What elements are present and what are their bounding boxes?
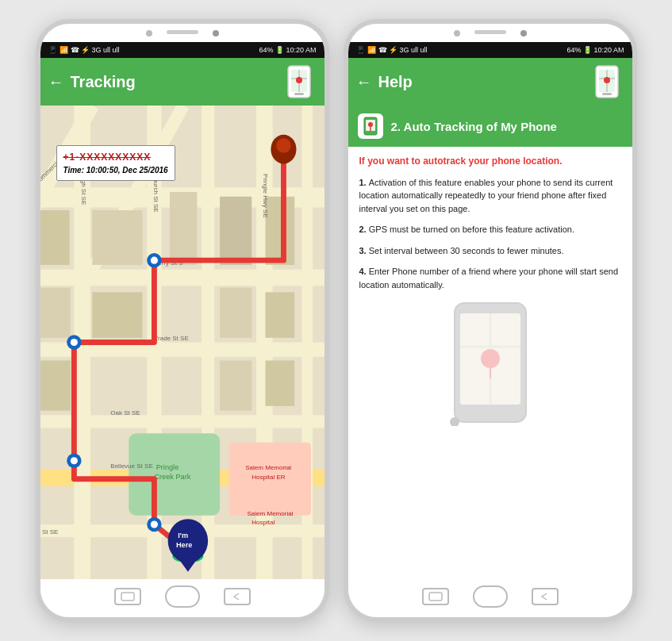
- app-bar-2: ← Help: [348, 58, 632, 106]
- phone-bottom-1: [40, 579, 324, 617]
- home-button-2[interactable]: [473, 585, 508, 608]
- phone-top-dots-2: [454, 30, 527, 36]
- phone-icon: 📱: [48, 46, 57, 54]
- phone-2: 📱 📶 ☎ ⚡ 3G ull ull 64% 🔋 10:20 AM ← Help: [344, 19, 637, 622]
- map-area: Pringle Creek Park Salem Memorial Hospit…: [40, 106, 324, 579]
- phone-top-dots: [146, 30, 219, 36]
- phone-top-1: [40, 24, 324, 42]
- popup-time: Time: 10:00:50, Dec 25/2016: [63, 164, 168, 176]
- svg-rect-33: [40, 360, 71, 410]
- phone-dot-left: [146, 30, 152, 36]
- svg-text:I'm: I'm: [178, 532, 188, 539]
- svg-text:Here: Here: [175, 541, 191, 549]
- recent-icon-2: [428, 592, 443, 601]
- svg-text:Salem Memorial: Salem Memorial: [247, 510, 293, 517]
- svg-rect-5: [294, 93, 304, 95]
- status-right-text: 64% 🔋 10:20 AM: [259, 46, 316, 54]
- recent-apps-button[interactable]: [114, 588, 141, 605]
- svg-text:Pringle Hwy SE: Pringle Hwy SE: [262, 174, 269, 218]
- phone-speaker-2: [474, 30, 506, 34]
- svg-rect-34: [220, 360, 252, 410]
- map-popup: +1-XXXXXXXXXX Time: 10:00:50, Dec 25/201…: [56, 145, 175, 181]
- status-right-1: 64% 🔋 10:20 AM: [259, 46, 316, 54]
- help-list: 1. Activation of this feature enables yo…: [348, 176, 632, 292]
- svg-rect-32: [265, 292, 294, 337]
- app-bar-phone-icon: [282, 64, 317, 99]
- svg-rect-35: [265, 360, 294, 405]
- help-subtitle: If you want to autotrack your phone loca…: [348, 155, 632, 176]
- app-bar-phone-icon-2: [589, 64, 624, 99]
- svg-rect-72: [602, 93, 612, 95]
- back-nav-button[interactable]: [224, 588, 251, 605]
- svg-rect-31: [220, 288, 252, 338]
- list-num-3: 3.: [359, 246, 369, 255]
- svg-point-82: [481, 349, 500, 368]
- svg-rect-27: [220, 197, 252, 265]
- svg-rect-29: [40, 288, 71, 338]
- svg-rect-66: [121, 593, 134, 601]
- svg-text:Pringle: Pringle: [156, 463, 179, 471]
- back-button-2[interactable]: ←: [356, 73, 372, 91]
- recent-icon: [121, 592, 135, 601]
- phone-top-2: [348, 24, 632, 42]
- svg-point-75: [368, 122, 373, 127]
- popup-phone: +1-XXXXXXXXXX: [63, 150, 168, 164]
- svg-point-54: [150, 257, 157, 264]
- wifi-icon: 📶: [60, 46, 68, 54]
- status-bar-2: 📱 📶 ☎ ⚡ 3G ull ull 64% 🔋 10:20 AM: [348, 42, 632, 58]
- tracking-icon: [361, 117, 380, 136]
- svg-rect-24: [40, 210, 70, 265]
- svg-point-4: [296, 77, 302, 83]
- status-left-1: 📱 📶 ☎ ⚡ 3G ull ull: [48, 46, 120, 54]
- svg-text:Oak St SE: Oak St SE: [110, 409, 140, 416]
- svg-text:Hospital ER: Hospital ER: [252, 474, 286, 481]
- svg-text:Hospital: Hospital: [252, 519, 275, 526]
- svg-point-58: [70, 457, 77, 464]
- svg-point-56: [70, 339, 77, 346]
- phone-1: 📱 📶 ☎ ⚡ 3G ull ull 64% 🔋 10:20 AM ← Trac…: [36, 19, 329, 622]
- back-button-1[interactable]: ←: [48, 73, 64, 91]
- help-phone-svg: [443, 299, 538, 426]
- svg-point-52: [278, 156, 289, 163]
- list-item-1: 1. Activation of this feature enables yo…: [359, 176, 621, 216]
- network-label-2: ☎ ⚡ 3G ull ull: [378, 46, 428, 54]
- svg-text:Trade St SE: Trade St SE: [154, 335, 188, 342]
- home-button[interactable]: [165, 585, 200, 608]
- app-bar-1: ← Tracking: [40, 58, 324, 106]
- nav-buttons-2: [422, 585, 559, 608]
- help-phone-image: [348, 299, 632, 426]
- status-right-text-2: 64% 🔋 10:20 AM: [566, 46, 624, 54]
- list-text-3: Set interval between 30 seconds to fewer…: [369, 246, 564, 255]
- svg-rect-28: [265, 197, 294, 265]
- list-text-2: GPS must be turned on before this featur…: [369, 225, 574, 234]
- svg-point-60: [150, 521, 157, 528]
- back-nav-button-2[interactable]: [532, 588, 559, 605]
- list-text-1: Activation of this feature enables your …: [359, 178, 613, 213]
- svg-text:Salem Memorial: Salem Memorial: [245, 464, 291, 471]
- phone-icon-2: 📱: [356, 46, 365, 54]
- svg-rect-85: [429, 593, 442, 601]
- help-section-header: 2. Auto Tracking of My Phone: [348, 106, 632, 147]
- list-num-4: 4.: [359, 267, 369, 276]
- help-section-title: 2. Auto Tracking of My Phone: [391, 120, 557, 133]
- phone-camera-2: [520, 30, 527, 36]
- list-text-4: Enter Phone number of a friend where you…: [359, 267, 619, 290]
- help-section-icon: [358, 113, 383, 139]
- recent-apps-button-2[interactable]: [422, 588, 449, 605]
- phones-container: 📱 📶 ☎ ⚡ 3G ull ull 64% 🔋 10:20 AM ← Trac…: [36, 19, 637, 622]
- wifi-icon-2: 📶: [367, 46, 376, 54]
- list-item-2: 2. GPS must be turned on before this fea…: [359, 223, 621, 236]
- phone-speaker: [167, 30, 198, 34]
- svg-point-51: [276, 138, 290, 152]
- list-item-4: 4. Enter Phone number of a friend where …: [359, 265, 621, 291]
- phone-camera: [213, 30, 219, 36]
- svg-text:Creek Park: Creek Park: [154, 473, 190, 481]
- list-num-2: 2.: [359, 225, 369, 234]
- status-bar-1: 📱 📶 ☎ ⚡ 3G ull ull 64% 🔋 10:20 AM: [40, 42, 324, 58]
- svg-rect-25: [92, 210, 142, 265]
- svg-rect-26: [169, 192, 196, 265]
- svg-point-71: [604, 77, 610, 83]
- back-icon: [231, 592, 244, 601]
- network-label: ☎ ⚡ 3G ull ull: [71, 46, 120, 54]
- status-left-2: 📱 📶 ☎ ⚡ 3G ull ull: [356, 46, 428, 54]
